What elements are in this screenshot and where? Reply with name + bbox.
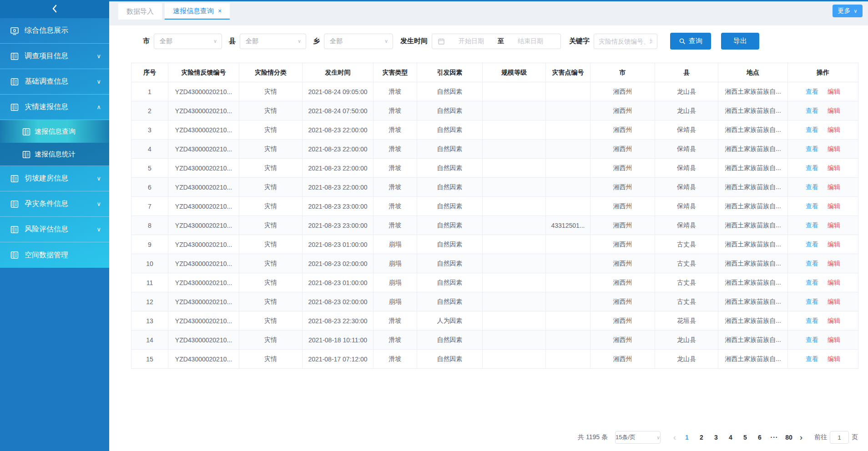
prev-page-button[interactable]: ‹ <box>673 433 676 442</box>
edit-link[interactable]: 编辑 <box>828 183 840 190</box>
edit-link[interactable]: 编辑 <box>828 336 840 343</box>
tab-report-query[interactable]: 速报信息查询 × <box>165 3 230 20</box>
sidebar-item-8[interactable]: 空间数据管理 <box>0 242 109 268</box>
cell-county: 龙山县 <box>655 331 718 350</box>
view-link[interactable]: 查看 <box>806 279 818 286</box>
next-page-button[interactable]: › <box>800 433 802 442</box>
edit-link[interactable]: 编辑 <box>828 164 840 171</box>
town-select[interactable]: 全部 ∨ <box>324 34 393 49</box>
view-link[interactable]: 查看 <box>806 145 818 152</box>
view-link[interactable]: 查看 <box>806 183 818 190</box>
sidebar-item-7[interactable]: 风险评估信息∨ <box>0 217 109 242</box>
sidebar-item-2[interactable]: 调查项目信息∨ <box>0 44 109 69</box>
goto-page-input[interactable] <box>830 431 849 444</box>
more-button[interactable]: 更多 ∨ <box>833 5 863 17</box>
cell-type: 滑坡 <box>373 159 417 178</box>
view-link[interactable]: 查看 <box>806 221 818 229</box>
view-link[interactable]: 查看 <box>806 317 818 324</box>
page-button-80[interactable]: 80 <box>782 434 796 441</box>
goto-suffix: 页 <box>852 433 858 441</box>
page-button-2[interactable]: 2 <box>695 434 708 441</box>
cell-seq: 10 <box>131 254 168 273</box>
cell-city: 湘西州 <box>590 311 655 331</box>
sidebar-subitem-1[interactable]: 速报信息查询 <box>0 120 109 143</box>
page-button-5[interactable]: 5 <box>738 434 752 441</box>
cell-city: 湘西州 <box>590 82 655 101</box>
page-ellipsis: ··· <box>767 434 781 441</box>
close-icon[interactable]: × <box>218 7 222 15</box>
cell-type: 滑坡 <box>373 331 417 350</box>
edit-link[interactable]: 编辑 <box>828 145 840 152</box>
cell-category: 灾情 <box>239 350 303 369</box>
view-link[interactable]: 查看 <box>806 298 818 305</box>
page-size-select[interactable]: 15条/页 ∨ <box>615 431 661 444</box>
edit-link[interactable]: 编辑 <box>828 107 840 114</box>
date-range-picker[interactable]: 开始日期 至 结束日期 <box>432 34 561 49</box>
sidebar-item-label: 空间数据管理 <box>25 251 68 260</box>
page-button-3[interactable]: 3 <box>709 434 723 441</box>
table-icon <box>10 77 19 86</box>
cell-point <box>546 273 590 292</box>
cell-place: 湘西土家族苗族自... <box>718 273 788 292</box>
cell-time: 2021-08-23 22:00:00 <box>303 120 373 140</box>
sidebar-item-4[interactable]: 灾情速报信息∧ <box>0 95 109 120</box>
cell-place: 湘西土家族苗族自... <box>718 235 788 254</box>
sidebar-item-1[interactable]: 综合信息展示 <box>0 18 109 44</box>
sidebar-item-6[interactable]: 孕灾条件信息∨ <box>0 191 109 217</box>
view-link[interactable]: 查看 <box>806 202 818 210</box>
cell-county: 古丈县 <box>655 273 718 292</box>
export-button[interactable]: 导出 <box>721 33 759 50</box>
county-select[interactable]: 全部 ∨ <box>240 34 306 49</box>
edit-link[interactable]: 编辑 <box>828 260 840 267</box>
cell-category: 灾情 <box>239 311 303 331</box>
cell-place: 湘西土家族苗族自... <box>718 178 788 197</box>
cell-type: 滑坡 <box>373 350 417 369</box>
cell-city: 湘西州 <box>590 197 655 216</box>
view-link[interactable]: 查看 <box>806 355 818 362</box>
cell-seq: 11 <box>131 273 168 292</box>
page-button-6[interactable]: 6 <box>753 434 767 441</box>
monitor-icon <box>10 26 19 35</box>
view-link[interactable]: 查看 <box>806 126 818 133</box>
sidebar-subitem-2[interactable]: 速报信息统计 <box>0 143 109 165</box>
column-header-8: 灾害点编号 <box>546 63 590 82</box>
edit-link[interactable]: 编辑 <box>828 355 840 362</box>
sidebar-item-3[interactable]: 基础调查信息∨ <box>0 69 109 95</box>
edit-link[interactable]: 编辑 <box>828 317 840 324</box>
edit-link[interactable]: 编辑 <box>828 279 840 286</box>
view-link[interactable]: 查看 <box>806 336 818 343</box>
cell-operations: 查看编辑 <box>788 140 858 159</box>
keyword-input[interactable] <box>594 34 657 49</box>
cell-cause: 自然因素 <box>417 235 483 254</box>
sidebar-item-5[interactable]: 切坡建房信息∨ <box>0 166 109 191</box>
view-link[interactable]: 查看 <box>806 107 818 114</box>
search-button[interactable]: 查询 <box>670 33 711 50</box>
page-button-1[interactable]: 1 <box>680 434 694 441</box>
page-button-4[interactable]: 4 <box>724 434 737 441</box>
view-link[interactable]: 查看 <box>806 260 818 267</box>
view-link[interactable]: 查看 <box>806 164 818 171</box>
chevron-down-icon: ∨ <box>384 38 388 44</box>
sidebar-subitem-label: 速报信息统计 <box>35 150 76 159</box>
cell-place: 湘西土家族苗族自... <box>718 254 788 273</box>
edit-link[interactable]: 编辑 <box>828 202 840 210</box>
cell-code: YZD43000020210... <box>168 331 239 350</box>
cell-category: 灾情 <box>239 273 303 292</box>
cell-operations: 查看编辑 <box>788 331 858 350</box>
edit-link[interactable]: 编辑 <box>828 88 840 95</box>
city-select[interactable]: 全部 ∨ <box>154 34 222 49</box>
edit-link[interactable]: 编辑 <box>828 298 840 305</box>
table-row: 14YZD43000020210...灾情2021-08-18 10:11:00… <box>131 331 858 350</box>
tab-data-import[interactable]: 数据导入 <box>118 3 162 20</box>
edit-link[interactable]: 编辑 <box>828 126 840 133</box>
cell-county: 保靖县 <box>655 120 718 140</box>
cell-code: YZD43000020210... <box>168 273 239 292</box>
edit-link[interactable]: 编辑 <box>828 221 840 229</box>
view-link[interactable]: 查看 <box>806 241 818 248</box>
view-link[interactable]: 查看 <box>806 88 818 95</box>
column-header-3: 灾险情分类 <box>239 63 303 82</box>
town-label: 乡 <box>313 37 320 45</box>
sidebar-collapse-button[interactable] <box>0 0 109 18</box>
edit-link[interactable]: 编辑 <box>828 241 840 248</box>
table-row: 15YZD43000020210...灾情2021-08-17 07:12:00… <box>131 350 858 369</box>
